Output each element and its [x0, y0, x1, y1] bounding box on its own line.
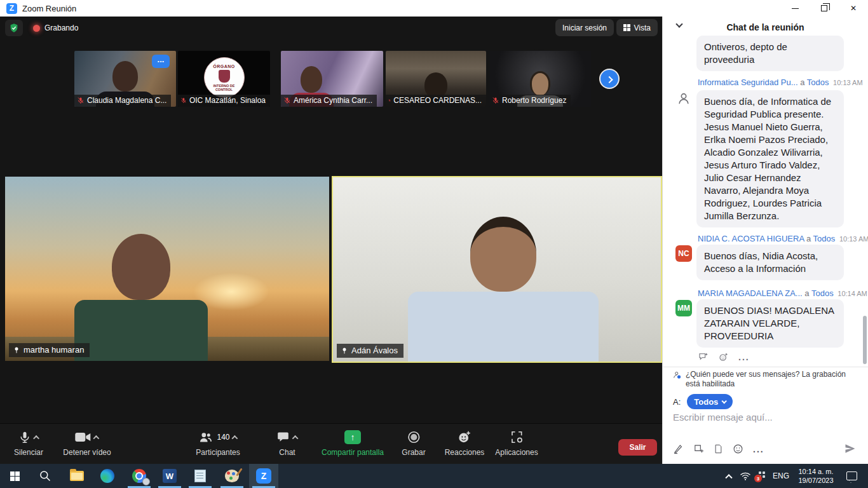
tray-wifi[interactable] — [737, 464, 754, 488]
notepad-icon — [194, 470, 206, 482]
video-options-caret[interactable] — [93, 435, 100, 441]
video-name-label: martha humaran — [9, 343, 90, 357]
record-icon — [407, 430, 421, 444]
taskbar-file-explorer[interactable] — [62, 464, 92, 488]
chat-to-connector: a — [800, 78, 804, 87]
chat-message-input[interactable] — [673, 412, 854, 423]
send-message-button[interactable] — [844, 442, 857, 455]
screenshot-icon[interactable] — [693, 444, 704, 454]
apps-label: Aplicaciones — [495, 448, 538, 457]
oic-logo-line3: CONTROL — [215, 88, 233, 92]
more-compose-icon[interactable]: ... — [753, 447, 764, 452]
apps-button[interactable]: Aplicaciones — [495, 428, 538, 457]
video-adan-active-speaker[interactable]: Adán Ávalos — [332, 176, 662, 363]
participant-name-label: CESAREO CARDENAS... — [386, 95, 486, 107]
reactions-smiley-icon — [458, 430, 471, 444]
zoom-icon: Z — [256, 468, 271, 484]
reply-icon[interactable] — [698, 352, 709, 362]
avatar — [675, 90, 692, 107]
taskbar-edge[interactable] — [93, 464, 122, 488]
chat-scrollbar[interactable] — [863, 316, 867, 364]
chat-timestamp: 10:14 AM — [837, 290, 867, 297]
taskbar-paint[interactable] — [217, 464, 247, 488]
view-button[interactable]: Vista — [616, 19, 658, 36]
participants-count: 140 — [217, 433, 229, 442]
emoji-icon[interactable] — [733, 444, 743, 454]
chat-panel: Chat de la reunión Ontiveros, depto de p… — [662, 17, 868, 464]
pin-icon — [13, 346, 20, 354]
recording-indicator: Grabando — [28, 20, 83, 36]
more-actions-icon[interactable]: ... — [738, 355, 750, 360]
sign-in-button[interactable]: Iniciar sesión — [555, 19, 614, 36]
participant-name-label: Claudia Magdalena C... — [74, 95, 171, 107]
leave-meeting-button[interactable]: Salir — [618, 439, 657, 456]
mic-muted-icon — [492, 97, 499, 104]
chat-message-header: Informatica Seguridad Pu... a Todos 10:1… — [698, 78, 863, 87]
participant-name: Claudia Magdalena C... — [87, 96, 166, 105]
maximize-button[interactable] — [810, 0, 839, 17]
chat-recipient: Todos — [807, 78, 829, 87]
add-reaction-icon[interactable] — [718, 352, 729, 362]
mic-muted-icon — [283, 97, 291, 104]
close-button[interactable]: ✕ — [839, 0, 868, 17]
chevron-down-icon — [722, 398, 727, 403]
mute-options-caret[interactable] — [33, 435, 39, 441]
minimize-button[interactable] — [780, 0, 810, 17]
stop-video-label: Detener vídeo — [63, 448, 111, 457]
window-title: Zoom Reunión — [22, 4, 76, 13]
filmstrip-tile-claudia[interactable]: ... Claudia Magdalena C... — [74, 51, 176, 107]
zoom-meeting-window: Z Zoom Reunión ✕ Grabando Iniciar sesión… — [0, 0, 868, 488]
meeting-controls-bar: Silenciar Detener vídeo 140 Participante… — [0, 423, 662, 464]
chat-message-text: BUENOS DIAS! MAGDALENA ZATARAIN VELARDE,… — [704, 305, 834, 341]
tray-show-hidden-icons[interactable] — [721, 464, 737, 488]
oic-logo: ÓRGANO INTERNO DE CONTROL — [204, 57, 245, 98]
message-actions-row: ... — [698, 352, 750, 362]
recording-dot-icon — [33, 25, 40, 32]
format-text-icon[interactable] — [673, 444, 684, 454]
participants-options-caret[interactable] — [232, 435, 238, 441]
view-label: Vista — [634, 24, 651, 32]
tray-date: 19/07/2023 — [798, 476, 833, 485]
participant-figure — [408, 217, 599, 362]
mute-button[interactable]: Silenciar — [14, 428, 43, 457]
taskbar-word[interactable]: W — [155, 464, 184, 488]
chat-message-text: Buenos días, Nidia Acosta, Acceso a la I… — [704, 250, 818, 274]
file-icon[interactable] — [714, 444, 723, 454]
taskbar-search-button[interactable] — [31, 464, 60, 488]
chat-recipient: Todos — [813, 234, 836, 243]
reactions-button[interactable]: Reacciones — [445, 428, 485, 457]
stop-video-button[interactable]: Detener vídeo — [63, 428, 111, 457]
more-options-button[interactable]: ... — [152, 55, 170, 68]
participant-figure — [74, 234, 208, 361]
tray-clock[interactable]: 10:14 a. m. 19/07/2023 — [792, 464, 840, 488]
start-button[interactable] — [0, 464, 29, 488]
chat-options-caret[interactable] — [292, 435, 299, 441]
video-martha[interactable]: martha humaran — [5, 177, 329, 361]
mute-label: Silenciar — [14, 448, 43, 457]
filmstrip-tile-roberto[interactable]: Roberto Rodríguez — [489, 51, 591, 107]
participants-button[interactable]: 140 Participantes — [196, 428, 240, 457]
edge-icon — [100, 469, 114, 483]
taskbar-notepad[interactable] — [186, 464, 215, 488]
paint-icon — [225, 470, 239, 482]
filmstrip-tile-america[interactable]: América Cynthia Carr... — [281, 51, 383, 107]
share-screen-button[interactable]: ↑ Compartir pantalla — [322, 428, 384, 457]
chat-button[interactable]: Chat — [276, 428, 299, 457]
record-button[interactable]: Grabar — [402, 428, 425, 457]
security-shield-button[interactable] — [5, 20, 23, 36]
taskbar-zoom-active[interactable]: Z — [249, 464, 278, 488]
filmstrip-tile-oic[interactable]: ÓRGANO INTERNO DE CONTROL OIC Mazatlán, … — [178, 51, 270, 107]
compose-toolbar: ... — [673, 444, 764, 454]
participant-name: OIC Mazatlán, Sinaloa — [189, 96, 266, 105]
filmstrip-tile-cesareo[interactable]: CESAREO CARDENAS... — [386, 51, 486, 107]
tray-action-center[interactable] — [841, 464, 862, 488]
chat-sender-name: MARIA MAGADALENA ZA... — [698, 288, 803, 298]
tray-language[interactable]: ENG — [770, 464, 792, 488]
notification-badge: 3 — [754, 475, 762, 482]
tray-notifications-app[interactable]: 3 — [754, 464, 770, 488]
taskbar-chrome[interactable] — [125, 464, 154, 488]
next-participants-button[interactable] — [599, 69, 620, 89]
recipient-selector[interactable]: Todos — [687, 394, 733, 409]
minimize-icon — [792, 8, 799, 9]
chat-recipient: Todos — [811, 288, 834, 298]
